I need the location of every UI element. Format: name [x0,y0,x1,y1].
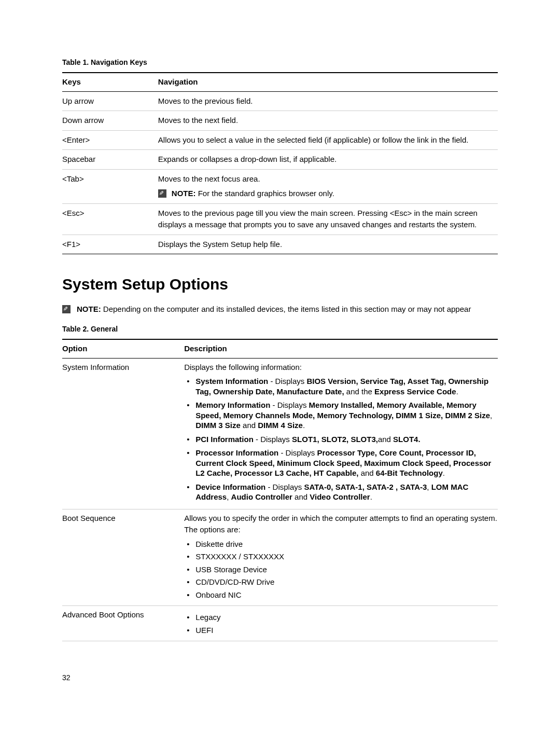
nav-key: <Enter> [62,130,158,150]
sysinfo-bullets: System Information - Displays BIOS Versi… [184,376,498,502]
desc-sysinfo: Displays the following information: Syst… [184,358,498,509]
table-row: Up arrowMoves to the previous field. [62,91,498,111]
nav-desc-text: Moves to the previous page till you view… [158,208,498,231]
note-line: NOTE: For the standard graphics browser … [158,188,498,200]
nav-desc: Moves to the previous field. [158,91,498,111]
table-row: Down arrowMoves to the next field. [62,111,498,131]
list-item: Onboard NIC [184,590,498,600]
nav-desc: Expands or collapses a drop-down list, i… [158,150,498,170]
note-icon [158,189,166,198]
table-row: <F1>Displays the System Setup help file. [62,235,498,254]
nav-key: Down arrow [62,111,158,131]
nav-desc: Moves to the previous page till you view… [158,203,498,235]
table-row: <Tab>Moves to the next focus area.NOTE: … [62,169,498,203]
list-item: STXXXXXX / STXXXXXX [184,552,498,562]
table1-caption: Table 1. Navigation Keys [62,57,498,68]
nav-desc-text: Displays the System Setup help file. [158,239,498,251]
list-item: Legacy [184,612,498,623]
nav-key: Spacebar [62,150,158,170]
desc-advboot: LegacyUEFI [184,606,498,641]
bootseq-pre: Allows you to specify the order in which… [184,513,498,536]
table2-caption: Table 2. General [62,324,498,335]
list-item: Processor Information - Displays Process… [184,448,498,478]
page-number: 32 [62,672,498,683]
table-row: SpacebarExpands or collapses a drop-down… [62,150,498,170]
intro-note-text: NOTE: Depending on the computer and its … [77,304,471,314]
navigation-keys-table: Keys Navigation Up arrowMoves to the pre… [62,72,498,254]
sysinfo-pre: Displays the following information: [184,362,498,374]
list-item: CD/DVD/CD-RW Drive [184,577,498,587]
list-item: USB Storage Device [184,564,498,575]
table-row: Boot Sequence Allows you to specify the … [62,509,498,606]
bootseq-bullets: Diskette driveSTXXXXXX / STXXXXXXUSB Sto… [184,539,498,600]
desc-bootseq: Allows you to specify the order in which… [184,509,498,606]
nav-desc: Moves to the next field. [158,111,498,131]
nav-desc: Moves to the next focus area.NOTE: For t… [158,169,498,203]
option-advboot: Advanced Boot Options [62,606,184,641]
note-icon [62,305,71,313]
advboot-bullets: LegacyUEFI [184,612,498,635]
note-text: NOTE: For the standard graphics browser … [172,188,334,200]
nav-key: <Esc> [62,203,158,235]
nav-desc-text: Moves to the previous field. [158,95,498,107]
list-item: System Information - Displays BIOS Versi… [184,376,498,396]
nav-key: <F1> [62,235,158,254]
nav-desc: Allows you to select a value in the sele… [158,130,498,150]
list-item: Memory Information - Displays Memory Ins… [184,400,498,431]
th-description: Description [184,339,498,358]
list-item: Diskette drive [184,539,498,549]
th-keys: Keys [62,73,158,91]
list-item: UEFI [184,625,498,636]
nav-desc-text: Moves to the next focus area. [158,173,498,185]
intro-note: NOTE: Depending on the computer and its … [62,304,498,314]
th-option: Option [62,339,184,358]
table-row: <Enter>Allows you to select a value in t… [62,130,498,150]
list-item: PCI Information - Displays SLOT1, SLOT2,… [184,434,498,445]
table-row: Advanced Boot Options LegacyUEFI [62,606,498,641]
nav-key: Up arrow [62,91,158,111]
option-sysinfo: System Information [62,358,184,509]
nav-desc: Displays the System Setup help file. [158,235,498,254]
section-heading: System Setup Options [62,272,498,296]
nav-desc-text: Moves to the next field. [158,115,498,127]
table-row: System Information Displays the followin… [62,358,498,509]
th-navigation: Navigation [158,73,498,91]
nav-desc-text: Expands or collapses a drop-down list, i… [158,154,498,166]
list-item: Device Information - Displays SATA-0, SA… [184,482,498,502]
table-row: <Esc>Moves to the previous page till you… [62,203,498,235]
option-bootseq: Boot Sequence [62,509,184,606]
general-table: Option Description System Information Di… [62,339,498,641]
nav-desc-text: Allows you to select a value in the sele… [158,134,498,146]
nav-key: <Tab> [62,169,158,203]
